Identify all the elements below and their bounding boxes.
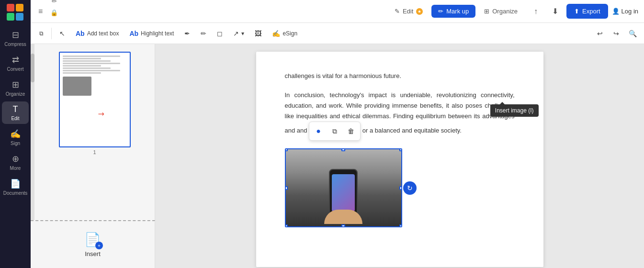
editor-area[interactable]: Insert image (I) challenges is vital for… (155, 44, 644, 268)
pdf-page: Insert image (I) challenges is vital for… (256, 52, 543, 267)
pen-icon: ✒ (184, 30, 190, 37)
lock-icon[interactable]: 🔒 (48, 7, 60, 19)
image-content (286, 149, 401, 226)
insert-image-button[interactable]: 🖼 (250, 26, 266, 41)
sidebar-item-compress[interactable]: ⊟ Compress (2, 27, 29, 50)
esign-button[interactable]: ✍ eSign (267, 26, 302, 41)
compress-icon: ⊟ (12, 30, 19, 40)
insert-panel[interactable]: 📄 + Insert (31, 220, 155, 268)
scroll-thumb[interactable] (31, 54, 34, 82)
sidebar-item-label: Sign (11, 141, 20, 146)
tab-organize[interactable]: ⊞ Organize (477, 5, 524, 18)
tab-markup[interactable]: ✏ Mark up (431, 5, 475, 18)
float-delete-button[interactable]: 🗑 (343, 123, 359, 139)
sidebar-item-label: Convert (7, 67, 23, 72)
search-button[interactable]: 🔍 (625, 26, 640, 41)
float-copy-button[interactable]: ⧉ (327, 123, 342, 139)
phone-screen (332, 174, 355, 212)
selection-handle-ml[interactable] (285, 186, 288, 190)
page-thumbnail-1[interactable]: ↗ 1 (59, 52, 131, 155)
tab-edit[interactable]: ✎ Edit ★ (388, 5, 429, 18)
insert-image-tooltip: Insert image (I) (490, 104, 539, 117)
page-number: 1 (93, 149, 96, 155)
undo-button[interactable]: ↩ (592, 26, 608, 41)
highlight-icon: Ab (129, 30, 138, 37)
login-button[interactable]: 👤 Log in (612, 8, 638, 15)
sidebar-item-organize[interactable]: ⊞ Organize (2, 77, 29, 100)
add-text-button[interactable]: Ab Add text box (71, 26, 124, 41)
organize-tab-icon: ⊞ (484, 8, 489, 15)
selection-handle-bm[interactable] (341, 224, 345, 227)
share-button[interactable]: ↑ (528, 4, 543, 19)
sidebar-item-label: Organize (6, 91, 25, 97)
sidebar-item-label: Compress (4, 42, 26, 47)
inline-toolbar-wrapper: and ● ⧉ 🗑 (297, 122, 361, 141)
add-text-icon: Ab (76, 30, 85, 37)
sidebar-item-sign[interactable]: ✍ Sign (2, 126, 29, 149)
thumb-line (63, 60, 111, 62)
convert-icon: ⇄ (12, 55, 19, 65)
sidebar-item-label: Edit (11, 116, 19, 121)
thumb-line (63, 58, 101, 59)
sidebar-item-edit[interactable]: T Edit (2, 101, 29, 124)
toolbar: ⧉ ↖ Ab Add text box Ab Highlight text ✒ … (31, 23, 644, 44)
scroll-track[interactable] (31, 44, 34, 220)
insert-plus-icon: + (95, 242, 103, 249)
sidebar-item-convert[interactable]: ⇄ Convert (2, 52, 29, 75)
image-container[interactable]: ↻ (285, 148, 402, 227)
more-icon: ⊕ (12, 154, 19, 164)
thumb-line (63, 56, 121, 57)
selection-handle-tr[interactable] (399, 148, 402, 151)
selection-handle-tm[interactable] (341, 148, 345, 151)
redo-icon: ↪ (613, 30, 619, 37)
add-text-label: Add text box (87, 30, 119, 37)
edit-tab-icon: ✎ (395, 8, 400, 15)
export-button[interactable]: ⬆ Export (566, 4, 608, 19)
redo-button[interactable]: ↪ (609, 26, 624, 41)
float-color-button[interactable]: ● (311, 123, 326, 139)
color-circle-icon: ● (316, 127, 321, 135)
thumb-line (63, 70, 121, 71)
sidebar-item-documents[interactable]: 📄 Documents (2, 176, 29, 199)
image-float-toolbar: ● ⧉ 🗑 (309, 122, 361, 141)
selection-handle-bl[interactable] (285, 224, 288, 227)
main-area: ≡ sample english pdf.pdf ✏ 🔒 80 kB · Sav… (31, 0, 644, 268)
toolbar-divider-1 (51, 28, 52, 39)
edit-filename-icon[interactable]: ✏ (48, 0, 60, 7)
selection-handle-mr[interactable] (399, 186, 402, 190)
highlight-text-button[interactable]: Ab Highlight text (124, 26, 179, 41)
arrow-button[interactable]: ↗ ▾ (228, 26, 249, 41)
download-button[interactable]: ⬇ (547, 4, 563, 19)
markup-tab-icon: ✏ (438, 8, 443, 15)
topbar-right: ↑ ⬇ ⬆ Export 👤 Log in (528, 4, 638, 19)
sidebar-item-label: Documents (3, 190, 28, 196)
cursor-icon: ↖ (59, 30, 65, 37)
user-icon: 👤 (612, 8, 620, 15)
selection-handle-tl[interactable] (285, 148, 288, 151)
image-icon: 🖼 (255, 30, 261, 37)
thumb-line (63, 67, 111, 69)
organize-icon: ⊞ (12, 79, 19, 90)
topbar-center: ✎ Edit ★ ✏ Mark up ⊞ Organize (388, 5, 524, 18)
edit-icon: T (13, 104, 18, 114)
select-tool-button[interactable]: ↖ (55, 26, 70, 41)
undo-icon: ↩ (597, 30, 603, 37)
export-label: Export (582, 8, 600, 15)
markup-tab-label: Mark up (446, 8, 469, 15)
eraser-button[interactable]: ◻ (212, 26, 227, 41)
rotate-handle[interactable]: ↻ (403, 181, 417, 195)
left-panel: ↗ 1 📄 + Insert (31, 44, 155, 268)
paragraph-2-end-text: or a balanced and equitable society. (362, 127, 462, 134)
pen-button[interactable]: ✒ (180, 26, 195, 41)
selection-handle-br[interactable] (399, 224, 402, 227)
sidebar-item-more[interactable]: ⊕ More (2, 151, 29, 174)
pencil-button[interactable]: ✏ (196, 26, 211, 41)
logo-quad-green (7, 13, 14, 21)
content-area: ↗ 1 📄 + Insert (31, 44, 644, 268)
selected-image[interactable] (285, 148, 402, 227)
sidebar-item-label: More (10, 166, 21, 171)
thumb-line (63, 72, 101, 74)
toggle-thumbnail-panel-button[interactable]: ⧉ (34, 26, 48, 41)
hamburger-menu[interactable]: ≡ (36, 5, 45, 18)
thumb-image-placeholder (63, 77, 91, 96)
